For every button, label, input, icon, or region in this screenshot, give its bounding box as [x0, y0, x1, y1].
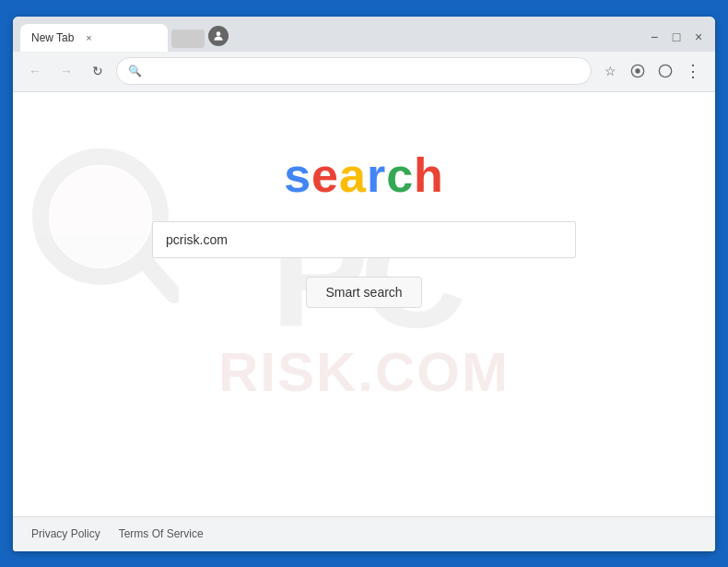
bookmark-button[interactable]: ☆ [597, 58, 623, 84]
bookmark-icon: ☆ [605, 64, 616, 78]
new-tab-button[interactable] [171, 30, 205, 48]
maximize-button[interactable]: □ [667, 28, 686, 46]
terms-of-service-link[interactable]: Terms Of Service [119, 527, 204, 540]
extension2-button[interactable] [652, 58, 678, 84]
svg-point-4 [41, 157, 160, 277]
logo-letter-h: h [414, 148, 444, 202]
address-search-icon: 🔍 [128, 65, 142, 77]
back-button[interactable]: ← [22, 58, 48, 84]
menu-button[interactable]: ⋮ [680, 58, 706, 84]
minimize-button[interactable]: − [645, 28, 663, 46]
smart-search-button[interactable]: Smart search [306, 277, 421, 308]
svg-point-2 [635, 68, 640, 73]
tab-close-button[interactable]: × [81, 30, 96, 45]
forward-button[interactable]: → [53, 58, 79, 84]
logo-letter-e: e [311, 148, 339, 202]
extension1-button[interactable] [625, 58, 651, 84]
address-bar[interactable]: 🔍 [116, 57, 592, 85]
page-footer: Privacy Policy Terms Of Service [13, 516, 715, 551]
logo-letter-r: r [367, 148, 386, 202]
window-controls: − □ × [645, 28, 708, 46]
browser-tab[interactable]: New Tab × [20, 24, 168, 52]
svg-point-3 [659, 65, 671, 77]
search-logo: search [284, 148, 444, 203]
browser-toolbar: ← → ↻ 🔍 ☆ ⋮ [13, 52, 715, 92]
logo-letter-a: a [339, 148, 367, 202]
tab-title: New Tab [31, 31, 74, 44]
browser-window: New Tab × − □ × ← → ↻ 🔍 ☆ [13, 17, 715, 551]
page-content: PC RISK.COM search Smart search Privacy … [13, 92, 715, 551]
search-input[interactable] [152, 221, 576, 258]
svg-point-0 [217, 31, 221, 36]
reload-button[interactable]: ↻ [85, 58, 111, 84]
logo-letter-s: s [284, 148, 311, 202]
menu-icon: ⋮ [685, 61, 701, 81]
logo-letter-c: c [386, 148, 414, 202]
privacy-policy-link[interactable]: Privacy Policy [31, 527, 100, 540]
title-bar: New Tab × − □ × [13, 17, 715, 52]
search-area: search Smart search [152, 148, 576, 308]
svg-point-5 [50, 166, 151, 267]
watermark-risk: RISK.COM [218, 340, 510, 404]
toolbar-right: ☆ ⋮ [597, 58, 706, 84]
close-window-button[interactable]: × [689, 28, 708, 46]
profile-button[interactable] [208, 26, 229, 46]
